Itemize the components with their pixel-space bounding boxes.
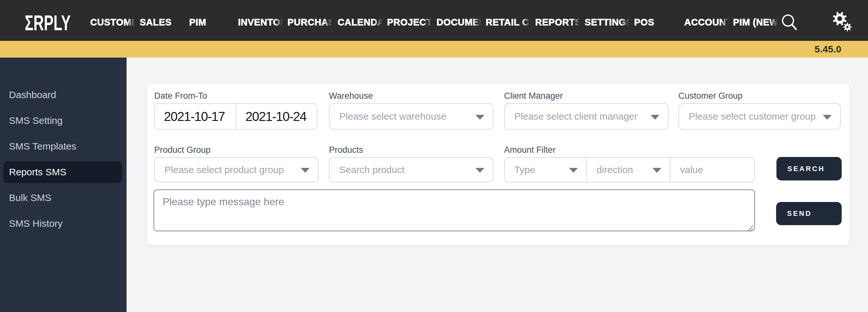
svg-text:ΣRPLY: ΣRPLY [25, 15, 71, 31]
